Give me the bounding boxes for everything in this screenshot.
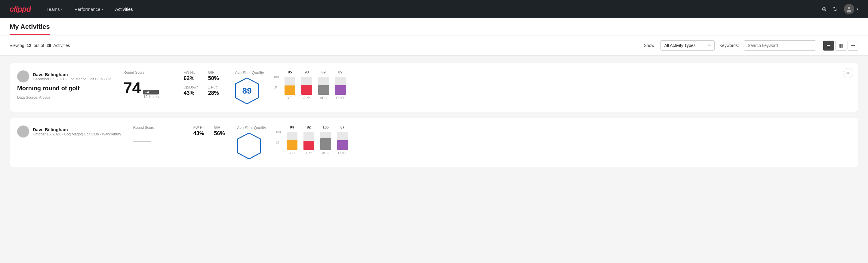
hexagon: 89 — [235, 77, 259, 105]
card-left: Dave Billingham October 16, 2021 - Gog M… — [17, 125, 121, 140]
user-row: Dave Billingham October 16, 2021 - Gog M… — [17, 125, 121, 138]
activity-card: Dave Billingham October 16, 2021 - Gog M… — [10, 118, 858, 167]
compact-view-button[interactable]: ☰ — [847, 40, 858, 51]
fw-hit: FW Hit 43% — [193, 125, 205, 137]
quality-section: Avg Shot Quality 100 50 0 94 — [237, 125, 851, 159]
up-down: Up/Down 43% — [183, 85, 198, 96]
logo[interactable]: clippd — [10, 4, 31, 14]
list-view-button[interactable]: ☰ — [823, 40, 834, 51]
show-label: Show: — [644, 43, 656, 48]
page-header: My Activities — [0, 18, 868, 35]
avatar-dropdown-icon[interactable]: ▾ — [857, 7, 858, 11]
grid-view-button[interactable]: ▦ — [835, 40, 846, 51]
stat-grid: FW Hit 62% GIR 50% Up/Down 43% 1 Putt 28… — [183, 70, 223, 96]
avatar — [17, 70, 29, 83]
user-name: Dave Billingham — [33, 72, 111, 77]
avatar — [17, 125, 29, 138]
score-value: 74 — [123, 80, 141, 96]
view-toggle: ☰ ▦ ☰ — [823, 40, 858, 51]
quality-label: Avg Shot Quality — [237, 125, 266, 130]
svg-point-5 — [21, 128, 25, 132]
fw-hit: FW Hit 62% — [183, 70, 198, 82]
bar-arg: 106 ARG — [320, 125, 331, 155]
activities-list: ✏ Dave Billingham December 05, 2021 - Go… — [0, 56, 868, 174]
svg-point-6 — [20, 133, 26, 136]
data-source: Data Source: Arccos — [17, 95, 111, 99]
svg-marker-7 — [238, 133, 260, 159]
bar-app: 90 APP — [301, 70, 312, 99]
bar-chart: 100 50 0 94 OTT 82 — [276, 130, 851, 155]
bar-putt: 89 PUTT — [335, 70, 346, 99]
bar-ott: 94 OTT — [287, 125, 298, 155]
user-date: October 16, 2021 - Gog Magog Golf Club -… — [33, 132, 121, 136]
one-putt: 1 Putt 28% — [208, 85, 223, 96]
score-holes: 18 Holes — [143, 94, 158, 99]
round-score-label: Round Score — [123, 70, 172, 75]
activity-card: ✏ Dave Billingham December 05, 2021 - Go… — [10, 63, 858, 112]
card-left: Dave Billingham December 05, 2021 - Gog … — [17, 70, 111, 99]
svg-point-1 — [847, 10, 851, 12]
filter-bar: Viewing 12 out of 29 Activities Show: Al… — [0, 35, 868, 56]
quality-section: Avg Shot Quality 89 100 50 0 — [235, 70, 851, 105]
score-badge: +4 — [143, 90, 158, 94]
bar-ott: 85 OTT — [284, 70, 296, 99]
svg-point-0 — [848, 7, 850, 9]
user-name: Dave Billingham — [33, 127, 121, 132]
keywords-label: Keywords: — [719, 43, 739, 48]
activity-type-select[interactable]: All Activity Types — [660, 40, 715, 51]
navbar: clippd Teams ▾ Performance ▾ Activities … — [0, 0, 868, 18]
svg-point-2 — [21, 74, 25, 77]
quality-label: Avg Shot Quality — [235, 70, 264, 75]
user-row: Dave Billingham December 05, 2021 - Gog … — [17, 70, 111, 83]
bar-chart: 100 50 0 85 OTT 90 — [274, 76, 851, 99]
page-title: My Activities — [10, 23, 50, 35]
keyword-search-input[interactable] — [744, 40, 816, 51]
score-row: 74 +4 18 Holes — [123, 80, 172, 99]
teams-chevron-icon: ▾ — [61, 7, 63, 11]
nav-teams[interactable]: Teams ▾ — [45, 7, 64, 12]
viewing-text: Viewing 12 out of 29 Activities — [10, 43, 639, 48]
round-score-section: Round Score — [133, 125, 181, 142]
bars-container: 85 OTT 90 APP — [284, 76, 851, 99]
stat-grid: FW Hit 43% GIR 56% — [193, 125, 225, 137]
performance-chevron-icon: ▾ — [102, 7, 103, 11]
bar-app: 82 APP — [304, 125, 314, 155]
hexagon — [237, 133, 261, 159]
score-row — [133, 135, 181, 142]
bars-container: 94 OTT 82 APP 106 — [287, 130, 851, 155]
user-date: December 05, 2021 - Gog Magog Golf Club … — [33, 77, 111, 81]
gir: GIR 50% — [208, 70, 223, 82]
activity-title: Morning round of golf — [17, 85, 111, 92]
round-score-label: Round Score — [133, 125, 181, 130]
nav-activities[interactable]: Activities — [114, 7, 134, 12]
nav-performance[interactable]: Performance ▾ — [73, 7, 104, 12]
refresh-icon[interactable]: ↻ — [833, 5, 838, 12]
add-icon[interactable]: ⊕ — [822, 5, 827, 12]
bar-arg: 89 ARG — [318, 70, 329, 99]
round-score-section: Round Score 74 +4 18 Holes — [123, 70, 172, 99]
svg-point-3 — [20, 78, 26, 81]
avatar[interactable] — [844, 4, 854, 14]
bar-putt: 87 PUTT — [337, 125, 348, 155]
gir: GIR 56% — [214, 125, 225, 137]
nav-icons: ⊕ ↻ ▾ — [822, 4, 858, 14]
